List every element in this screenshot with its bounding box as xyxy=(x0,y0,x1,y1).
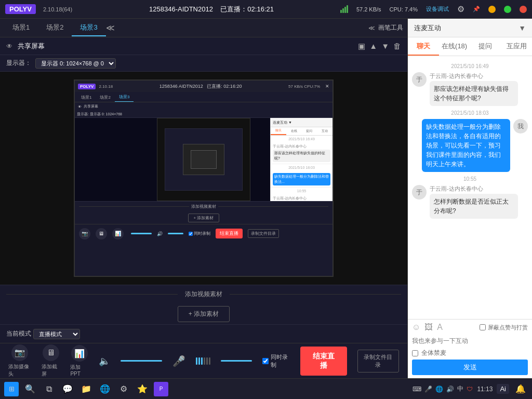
mute-all-checkbox[interactable] xyxy=(412,350,418,356)
cpu-stat: CPU: 7.4% xyxy=(390,6,418,12)
mic-icon[interactable]: 🎤 xyxy=(172,355,185,367)
screen-share-bar: 👁 共享屏幕 ▣ ▲ ▼ 🗑 xyxy=(0,37,407,55)
msg-time-1: 2021/5/10 16:49 xyxy=(412,63,528,69)
collapse-button[interactable]: ≪ xyxy=(106,23,115,33)
message-1: 于 于云雨-达内长春中心 那应该怎样处理有缺失值得这个特征那个呢? xyxy=(412,72,528,106)
tab-questions[interactable]: 提问 xyxy=(470,37,501,56)
mute-all-label: 全体禁麦 xyxy=(421,349,446,357)
font-icon[interactable]: A xyxy=(437,323,443,332)
nested-titlebar: POLYV 2.10.18 1258346 AIDTN2012 已直播: 02:… xyxy=(75,81,332,92)
input-method-icon[interactable]: 中 xyxy=(457,384,463,393)
notification-icon[interactable]: 🔔 xyxy=(513,382,528,396)
tab-online[interactable]: 在线(18) xyxy=(439,37,470,56)
display-selector-row: 显示器： 显示器 0: 532×399 @ 0 xyxy=(0,55,407,72)
end-live-button[interactable]: 结束直播 xyxy=(300,347,347,376)
camera-icon: 📷 xyxy=(11,344,28,361)
title-bar: POLYV 2.10.18(64) 1258346-AIDTN2012 已直播：… xyxy=(0,0,532,19)
scene-tab-3[interactable]: 场景3 xyxy=(72,20,105,36)
nested-chat-panel: 连麦互动 ▼ 聊天 在线 提问 互动 2021/5/10 16:49 于云雨-达… xyxy=(270,118,332,201)
record-icon[interactable]: ▣ xyxy=(358,42,365,51)
pin-icon[interactable]: 📌 xyxy=(473,6,480,12)
mute-checkbox[interactable] xyxy=(480,324,486,330)
ai-badge[interactable]: Ai xyxy=(497,384,509,394)
volume-icon: 🔈 xyxy=(99,355,110,367)
nested-bottom-controls: 📷 🖥 📊 🔊 同时录制 结束直播 录制文件目录 xyxy=(75,224,332,243)
add-screen-label: 添加截屏 xyxy=(42,363,60,378)
stream-stats: 57.2 KB/s CPU: 7.4% 设备调试 ⚙ 📌 xyxy=(340,4,527,14)
polyv-taskbar-icon[interactable]: P xyxy=(154,382,168,396)
add-material-button[interactable]: + 添加素材 xyxy=(178,306,230,322)
chat-tabs: 聊天 在线(18) 提问 互应用 xyxy=(408,37,532,56)
nested-add-material: 添加视频素材 xyxy=(75,201,332,211)
add-material-label: 添加视频素材 xyxy=(185,290,222,299)
ppt-icon: 📊 xyxy=(71,345,88,362)
avatar-3: 于 xyxy=(412,185,427,200)
add-screen-ctrl[interactable]: 🖥 添加截屏 xyxy=(42,344,60,378)
taskview-icon[interactable]: ⧉ xyxy=(42,382,56,396)
move-up-icon[interactable]: ▲ xyxy=(369,42,377,50)
add-ppt-ctrl[interactable]: 📊 添加PPT xyxy=(70,345,88,377)
keyboard-icon: ⌨ xyxy=(413,385,421,393)
signal-icon xyxy=(340,5,348,13)
file-explorer-icon[interactable]: 📁 xyxy=(79,382,94,396)
tab-chat[interactable]: 聊天 xyxy=(408,37,439,56)
lianmai-title: 连麦互动 xyxy=(414,23,514,33)
nested-content: 连麦互动 ▼ 聊天 在线 提问 互动 2021/5/10 16:49 于云雨-达… xyxy=(75,118,332,201)
display-select[interactable]: 显示器 0: 532×399 @ 0 xyxy=(35,58,116,69)
add-camera-label: 添加摄像头 xyxy=(8,363,31,378)
chat-taskbar-icon[interactable]: 💬 xyxy=(60,382,75,396)
settings-icon[interactable]: ⚙ xyxy=(457,4,464,14)
mode-select[interactable]: 直播模式 xyxy=(33,329,80,339)
visibility-icon[interactable]: 👁 xyxy=(6,43,12,50)
browser-icon[interactable]: 🌐 xyxy=(98,382,112,396)
delete-icon[interactable]: 🗑 xyxy=(393,42,401,50)
mic-volume-slider[interactable] xyxy=(221,360,252,362)
stream-title: 1258346-AIDTN2012 已直播：02:16:21 xyxy=(83,5,340,14)
sender-1: 于云雨-达内长春中心 xyxy=(430,72,518,80)
avatar-2: 我 xyxy=(513,119,528,134)
start-button[interactable]: ⊞ xyxy=(4,382,19,396)
volume-sys-icon: 🔊 xyxy=(446,385,454,393)
mode-bar: 当前模式 直播模式 xyxy=(0,324,407,343)
device-test-btn[interactable]: 设备调试 xyxy=(426,5,449,13)
msg-time-3: 10:55 xyxy=(412,176,528,182)
star-icon[interactable]: ⭐ xyxy=(135,382,150,396)
settings-taskbar-icon[interactable]: ⚙ xyxy=(116,382,131,396)
sync-record-checkbox[interactable] xyxy=(262,358,269,364)
chat-toolbar: ☺ 🖼 A 屏蔽点赞与打赏 xyxy=(412,323,528,332)
bandwidth-stat: 57.2 KB/s xyxy=(356,6,381,12)
sync-record-row: 同时录制 xyxy=(262,353,290,369)
image-icon[interactable]: 🖼 xyxy=(424,323,433,332)
drawing-tools-label: ≪ xyxy=(368,24,375,32)
screen-icon: 🖥 xyxy=(43,344,59,361)
chat-messages: 2021/5/10 16:49 于 于云雨-达内长春中心 那应该怎样处理有缺失值… xyxy=(408,56,532,319)
chat-input[interactable] xyxy=(412,335,528,347)
maximize-button[interactable] xyxy=(504,6,511,13)
scene-tabs: 场景1 场景2 场景3 ≪ ≪ 画笔工具 xyxy=(0,19,407,37)
preview-screen: POLYV 2.10.18 1258346 AIDTN2012 已直播: 02:… xyxy=(74,79,334,277)
emoji-icon[interactable]: ☺ xyxy=(412,323,420,332)
volume-slider[interactable] xyxy=(121,360,162,362)
message-3: 于 于云雨-达内长春中心 怎样判断数据是否近似正太分布呢? xyxy=(412,185,528,219)
scene-tab-2[interactable]: 场景2 xyxy=(38,20,72,36)
mic-level xyxy=(196,357,210,365)
nested-stream-info: 1258346 AIDTN2012 已直播: 02:16:20 xyxy=(116,83,285,90)
move-down-icon[interactable]: ▼ xyxy=(381,42,389,50)
nested-share-bar: 👁 共享屏幕 xyxy=(75,102,332,111)
lianmai-arrow-icon[interactable]: ▼ xyxy=(518,24,526,32)
close-button[interactable] xyxy=(520,6,527,13)
network-icon: 🌐 xyxy=(435,385,443,393)
add-camera-ctrl[interactable]: 📷 添加摄像头 xyxy=(8,344,31,378)
minimize-button[interactable] xyxy=(488,6,496,13)
send-button[interactable]: 发送 xyxy=(412,360,528,375)
scene-tab-1[interactable]: 场景1 xyxy=(4,20,38,36)
mute-row: 屏蔽点赞与打赏 xyxy=(480,324,528,331)
sender-3: 于云雨-达内长春中心 xyxy=(430,185,518,193)
system-icons: ⌨ 🎤 🌐 🔊 中 🛡 xyxy=(413,384,473,393)
bottom-controls: 📷 添加摄像头 🖥 添加截屏 📊 添加PPT 🔈 🎤 xyxy=(0,343,407,378)
mute-label: 屏蔽点赞与打赏 xyxy=(488,324,528,331)
tab-interact[interactable]: 互应用 xyxy=(501,37,532,56)
search-taskbar-icon[interactable]: 🔍 xyxy=(23,382,37,396)
sync-record-label: 同时录制 xyxy=(271,353,290,369)
record-dir-button[interactable]: 录制文件目录 xyxy=(357,350,399,373)
